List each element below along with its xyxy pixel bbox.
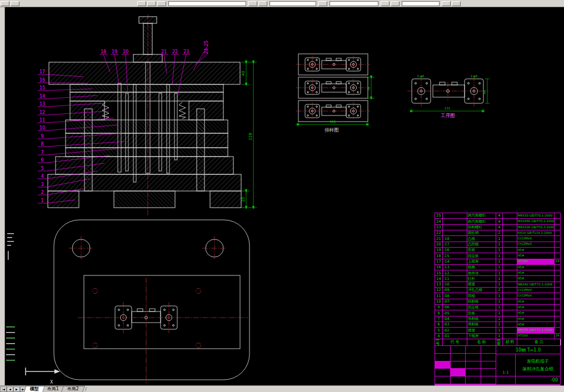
bom-cell: 1 — [496, 276, 503, 281]
signature-cell — [451, 346, 466, 354]
bom-cell: HT200 — [517, 334, 555, 339]
bom-cell — [503, 253, 517, 258]
callout-number: 14 — [39, 94, 45, 99]
toolbar-icon[interactable] — [442, 1, 451, 6]
bom-cell: -12 — [443, 270, 467, 275]
bom-cell: 21 — [435, 236, 443, 241]
toolbar-icon[interactable] — [137, 1, 146, 6]
bom-cell: 1 — [496, 322, 503, 327]
bom-cell: M6X30 GB/T70.1-2000 — [517, 213, 555, 218]
bom-cell: 6 — [435, 322, 443, 327]
linetype-combo[interactable] — [402, 1, 440, 6]
bom-cell: 1 — [496, 259, 503, 264]
tab-nav-next-icon[interactable]: ▶ — [13, 386, 20, 392]
bom-cell: 下模座 — [467, 334, 496, 339]
bom-cell — [503, 316, 517, 321]
bom-row: 15-12推件块145# — [435, 270, 561, 276]
bom-cell — [555, 236, 561, 241]
signature-cell — [435, 346, 451, 354]
signature-cell — [466, 354, 481, 361]
signature-cell — [466, 376, 481, 384]
bom-cell — [503, 219, 517, 224]
bom-cell: 承料板 — [467, 322, 496, 327]
bom-cell: NBX40 GB/T72.1-2008 — [517, 282, 555, 287]
toolbar-icon[interactable] — [157, 1, 166, 6]
bom-row: 8-05垫板145# — [435, 310, 561, 316]
callout-number: 19 — [112, 49, 117, 54]
callout-number: 8 — [41, 142, 43, 147]
bom-cell: 8 — [435, 310, 443, 315]
bom-cell: 9 — [435, 305, 443, 310]
toolbar-icon[interactable] — [11, 1, 19, 6]
toolbar-icon[interactable] — [452, 1, 461, 6]
bom-cell: M6X100 GB/T70.3-2000 — [517, 225, 555, 230]
dim-hole-right: 2-φ4 — [471, 74, 478, 78]
bom-row: 16-13模柄145# — [435, 265, 561, 270]
bom-cell: 导料板 — [467, 316, 496, 321]
bom-cell: 内六角螺钉 — [467, 213, 496, 218]
die-title: 落料冲孔复合模 — [516, 366, 560, 372]
bom-cell: -08 — [443, 293, 467, 298]
tab-model[interactable]: 模型 — [24, 386, 45, 392]
color-combo[interactable] — [330, 1, 378, 6]
bom-cell: 23 — [435, 225, 443, 230]
bom-cell — [503, 293, 517, 298]
bom-cell — [555, 299, 561, 304]
bom-cell — [503, 299, 517, 304]
strip-layout-label: 排样图 — [325, 127, 339, 133]
bom-row: 7-04导料板245# — [435, 316, 561, 322]
toolbar-icon[interactable] — [147, 1, 156, 6]
toolbar-icon[interactable] — [381, 1, 390, 6]
callout-number: 2 — [41, 190, 43, 195]
bom-table: 25内六角螺钉4M6X30 GB/T70.1-200024内六角螺钉4M10X8… — [435, 213, 561, 346]
bom-cell — [555, 288, 561, 293]
bom-cell: -03 — [443, 322, 467, 327]
bom-cell: 1 — [496, 293, 503, 298]
bom-cell — [555, 322, 561, 327]
bom-cell: 冲孔凸模 — [467, 288, 496, 293]
bom-header-cell: 备 注 — [517, 339, 561, 345]
bom-cell: 4 — [496, 225, 503, 230]
bom-cell — [503, 242, 517, 247]
bom-cell: 打杆 — [467, 276, 496, 281]
bom-cell: 11 — [435, 293, 443, 298]
drawing-number: -00 — [515, 376, 560, 384]
signature-cell — [481, 346, 497, 354]
tab-nav-first-icon[interactable]: |◀ — [0, 386, 7, 392]
bom-header-cell: 序号 — [435, 339, 443, 345]
bom-cell: -06 — [443, 305, 467, 310]
bom-cell: 13 — [435, 282, 443, 287]
dim-hole-left: 2-φ8 — [417, 74, 425, 78]
title-block: 10钢 T=1.0 1:1 发电机端子 落料冲孔复合模 -00 — [435, 345, 561, 385]
tab-layout2[interactable]: 布局2 — [61, 386, 85, 392]
bom-cell — [443, 213, 467, 218]
bom-row: 17-14上模座1HT200X4 — [435, 259, 561, 265]
bom-cell — [555, 310, 561, 315]
bom-cell — [555, 276, 561, 281]
bom-cell — [555, 328, 561, 333]
bom-cell: 4 — [496, 219, 503, 224]
dim-part-length: 132 — [445, 107, 451, 110]
bom-cell: -14 — [443, 259, 467, 264]
bom-cell — [555, 293, 561, 298]
bom-cell: 1 — [496, 270, 503, 275]
signature-cell — [435, 369, 451, 376]
bom-row: 11-08凹模1Cr12MoV — [435, 293, 561, 299]
bom-cell: 19 — [435, 248, 443, 253]
callout-number: 17 — [39, 69, 45, 74]
toolbar-icon[interactable] — [391, 1, 400, 6]
bom-cell: 45# — [517, 253, 555, 258]
toolbar-icon[interactable] — [248, 1, 257, 6]
bom-cell: 卸料板 — [467, 299, 496, 304]
toolbar-icon[interactable] — [258, 1, 267, 6]
layout-tabbar: |◀ ◀ ▶ ▶| 模型 布局1 布局2 / — [0, 385, 564, 392]
toolbar-icon[interactable] — [1, 1, 9, 6]
bom-cell — [555, 253, 561, 258]
tab-nav-prev-icon[interactable]: ◀ — [7, 386, 13, 392]
toolbar-icon[interactable] — [318, 1, 327, 6]
bom-cell: 14 — [435, 276, 443, 281]
layer-state-combo[interactable] — [269, 1, 316, 6]
layer-combo[interactable] — [168, 1, 246, 6]
bom-cell: 24 — [435, 219, 443, 224]
cad-application-window: { "chrome": { "tabs": { "nav": ["|◀", "◀… — [0, 0, 564, 392]
